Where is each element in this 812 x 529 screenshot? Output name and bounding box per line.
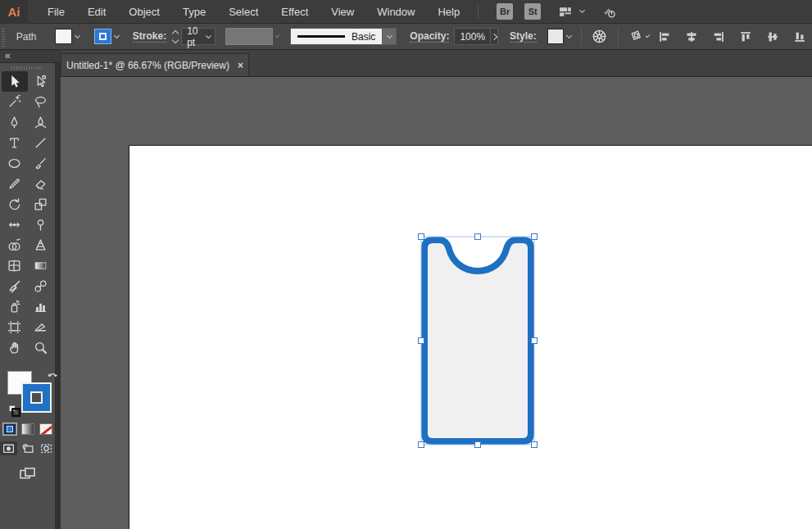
curvature-tool[interactable] — [28, 112, 54, 133]
controlbar-separator — [581, 28, 582, 46]
opacity-value: 100% — [460, 31, 485, 43]
hand-tool[interactable] — [2, 337, 28, 358]
fill-color-picker[interactable] — [52, 27, 82, 46]
blend-tool[interactable] — [28, 276, 54, 296]
panel-grip[interactable] — [2, 27, 5, 47]
shaper-tool[interactable] — [2, 174, 28, 194]
transform-menu-button[interactable] — [626, 28, 646, 45]
menu-item-type[interactable]: Type — [171, 6, 217, 18]
style-swatch — [547, 29, 564, 44]
menu-item-select[interactable]: Select — [217, 6, 270, 18]
none-button[interactable] — [39, 423, 52, 435]
align-left-button[interactable] — [655, 29, 674, 44]
color-button[interactable] — [3, 423, 16, 435]
stroke-swatch-control[interactable] — [21, 382, 52, 413]
screen-mode-button[interactable] — [16, 463, 39, 484]
selection-handle[interactable] — [532, 442, 538, 448]
scale-tool[interactable] — [28, 194, 54, 215]
appearance-buttons — [0, 423, 55, 435]
magic-wand-tool[interactable] — [2, 92, 28, 112]
align-top-button[interactable] — [737, 29, 755, 44]
draw-behind-button[interactable] — [19, 441, 36, 455]
adobe-illustrator-logo: Ai — [0, 0, 28, 24]
align-right-button[interactable] — [710, 29, 728, 44]
collapse-panel-button[interactable]: « — [0, 50, 61, 63]
chevron-down-icon — [387, 32, 392, 38]
menu-item-window[interactable]: Window — [365, 6, 426, 18]
selection-overlay — [61, 77, 812, 529]
tab-close-button[interactable]: × — [238, 60, 243, 71]
direct-selection-tool[interactable] — [28, 71, 54, 92]
menu-item-view[interactable]: View — [320, 6, 365, 18]
gradient-tool[interactable] — [28, 255, 54, 276]
style-panel-link[interactable]: Style: — [510, 30, 537, 43]
eraser-tool[interactable] — [28, 174, 54, 194]
brush-definition-select[interactable]: Basic — [290, 28, 397, 45]
slice-tool[interactable] — [28, 317, 54, 337]
stock-button[interactable]: St — [524, 3, 541, 20]
menu-item-object[interactable]: Object — [117, 6, 171, 18]
stepper-up-icon — [172, 29, 179, 36]
draw-inside-button[interactable] — [38, 441, 55, 455]
perspective-grid-tool[interactable] — [28, 235, 54, 255]
menu-item-effect[interactable]: Effect — [270, 6, 320, 18]
toolbar-grip[interactable] — [11, 66, 43, 70]
chevron-right-icon — [491, 33, 497, 39]
align-center-h-button[interactable] — [683, 29, 701, 44]
menu-item-help[interactable]: Help — [426, 6, 471, 18]
selection-handle[interactable] — [532, 338, 538, 344]
selection-handle[interactable] — [419, 338, 424, 344]
paintbrush-tool[interactable] — [28, 153, 54, 174]
selection-handle[interactable] — [532, 234, 538, 240]
canvas-pasteboard[interactable] — [61, 76, 812, 529]
line-segment-tool[interactable] — [28, 133, 54, 153]
selection-handle[interactable] — [475, 234, 481, 240]
align-buttons — [655, 29, 809, 44]
recolor-artwork-button[interactable] — [588, 27, 610, 46]
mesh-tool[interactable] — [2, 255, 28, 276]
workspace-switcher[interactable] — [556, 3, 584, 20]
stroke-weight-select[interactable]: 10 pt — [181, 28, 215, 45]
width-tool[interactable] — [2, 215, 28, 235]
brush-chevron-button[interactable] — [382, 29, 396, 44]
document-tab-bar: Untitled-1* @ 66.67% (RGB/Preview) × — [61, 50, 812, 76]
menu-items: FileEditObjectTypeSelectEffectViewWindow… — [36, 0, 471, 23]
lasso-tool[interactable] — [28, 92, 54, 112]
stroke-panel-link[interactable]: Stroke: — [133, 30, 166, 43]
gpu-performance-button[interactable] — [599, 3, 619, 20]
symbol-sprayer-tool[interactable] — [2, 296, 28, 317]
controlbar-separator — [618, 28, 619, 46]
rotate-tool[interactable] — [2, 194, 28, 215]
stepper-down-icon — [172, 36, 179, 43]
selection-handle[interactable] — [419, 234, 424, 240]
eyedropper-tool[interactable] — [2, 276, 28, 296]
bridge-button[interactable]: Br — [497, 3, 513, 20]
zoom-tool[interactable] — [28, 337, 54, 358]
pen-tool[interactable] — [2, 112, 28, 133]
menu-item-edit[interactable]: Edit — [76, 6, 117, 18]
selection-tool[interactable] — [2, 71, 28, 92]
align-bottom-button[interactable] — [791, 29, 809, 44]
artboard-tool[interactable] — [2, 317, 28, 337]
selected-shape[interactable] — [424, 240, 531, 441]
type-tool[interactable] — [2, 133, 28, 153]
ellipse-tool[interactable] — [2, 153, 28, 174]
gradient-button[interactable] — [21, 423, 34, 435]
selection-handle[interactable] — [419, 442, 424, 448]
column-graph-tool[interactable] — [28, 296, 54, 317]
opacity-input[interactable]: 100% — [454, 28, 491, 45]
selection-handle[interactable] — [475, 442, 481, 448]
stroke-weight-stepper[interactable] — [173, 31, 178, 43]
fill-swatch — [55, 29, 72, 44]
graphic-style-select[interactable] — [538, 27, 574, 46]
document-tab-title: Untitled-1* @ 66.67% (RGB/Preview) — [66, 60, 229, 71]
menu-item-file[interactable]: File — [36, 6, 76, 18]
document-tab[interactable]: Untitled-1* @ 66.67% (RGB/Preview) × — [61, 53, 249, 76]
draw-normal-button[interactable] — [0, 441, 17, 455]
align-middle-v-button[interactable] — [764, 29, 782, 44]
opacity-panel-link[interactable]: Opacity: — [410, 30, 449, 43]
puppet-warp-tool[interactable] — [28, 215, 54, 235]
shape-builder-tool[interactable] — [2, 235, 28, 255]
opacity-expand-button[interactable] — [491, 28, 498, 45]
stroke-color-picker[interactable] — [92, 27, 121, 46]
